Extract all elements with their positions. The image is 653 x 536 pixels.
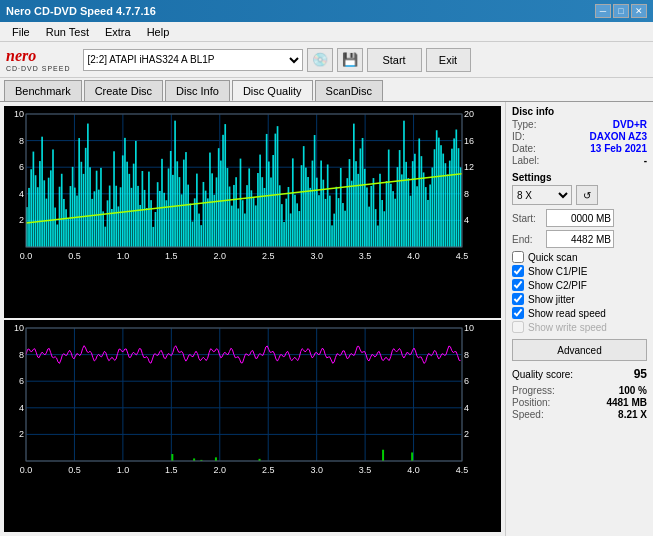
pie-chart <box>4 106 501 318</box>
menu-extra[interactable]: Extra <box>97 24 139 40</box>
right-panel: Disc info Type: DVD+R ID: DAXON AZ3 Date… <box>505 102 653 536</box>
maximize-button[interactable]: □ <box>613 4 629 18</box>
disc-id-value: DAXON AZ3 <box>590 131 647 142</box>
position-row: Position: 4481 MB <box>512 397 647 408</box>
show-write-speed-row: Show write speed <box>512 321 647 333</box>
disc-info-title: Disc info <box>512 106 647 117</box>
position-label: Position: <box>512 397 550 408</box>
toolbar: nero CD·DVD SPEED [2:2] ATAPI iHAS324 A … <box>0 42 653 78</box>
tabs: Benchmark Create Disc Disc Info Disc Qua… <box>0 78 653 102</box>
show-read-speed-checkbox[interactable] <box>512 307 524 319</box>
quick-scan-label: Quick scan <box>528 252 577 263</box>
show-c1-row: Show C1/PIE <box>512 265 647 277</box>
settings-section: Settings 8 X ↺ Start: End: Quick scan Sh… <box>512 172 647 367</box>
quick-scan-checkbox[interactable] <box>512 251 524 263</box>
menu-help[interactable]: Help <box>139 24 178 40</box>
show-c1-checkbox[interactable] <box>512 265 524 277</box>
tab-disc-quality[interactable]: Disc Quality <box>232 80 313 101</box>
position-value: 4481 MB <box>606 397 647 408</box>
disc-date-row: Date: 13 Feb 2021 <box>512 143 647 154</box>
menu-file[interactable]: File <box>4 24 38 40</box>
disc-date-value: 13 Feb 2021 <box>590 143 647 154</box>
speed-value: 8.21 X <box>618 409 647 420</box>
disc-id-row: ID: DAXON AZ3 <box>512 131 647 142</box>
progress-label: Progress: <box>512 385 555 396</box>
disc-label-value: - <box>644 155 647 166</box>
speed-row-2: Speed: 8.21 X <box>512 409 647 420</box>
disc-type-row: Type: DVD+R <box>512 119 647 130</box>
chart-area <box>0 102 505 536</box>
window-title: Nero CD-DVD Speed 4.7.7.16 <box>6 5 156 17</box>
drive-select[interactable]: [2:2] ATAPI iHAS324 A BL1P <box>83 49 303 71</box>
start-row: Start: <box>512 209 647 227</box>
tab-disc-info[interactable]: Disc Info <box>165 80 230 101</box>
disc-label-row: Label: - <box>512 155 647 166</box>
minimize-button[interactable]: ─ <box>595 4 611 18</box>
advanced-button[interactable]: Advanced <box>512 339 647 361</box>
start-button[interactable]: Start <box>367 48 422 72</box>
disc-type-label: Type: <box>512 119 536 130</box>
show-c2-checkbox[interactable] <box>512 279 524 291</box>
show-jitter-checkbox[interactable] <box>512 293 524 305</box>
title-bar: Nero CD-DVD Speed 4.7.7.16 ─ □ ✕ <box>0 0 653 22</box>
disc-id-label: ID: <box>512 131 525 142</box>
save-button[interactable]: 💾 <box>337 48 363 72</box>
show-c2-label: Show C2/PIF <box>528 280 587 291</box>
refresh-button[interactable]: ↺ <box>576 185 598 205</box>
nero-logo-bottom: CD·DVD SPEED <box>6 65 71 72</box>
nero-logo: nero CD·DVD SPEED <box>6 47 71 72</box>
nero-logo-top: nero <box>6 47 71 65</box>
quality-score-value: 95 <box>634 367 647 381</box>
tab-create-disc[interactable]: Create Disc <box>84 80 163 101</box>
quality-score-label: Quality score: <box>512 369 573 380</box>
show-read-speed-label: Show read speed <box>528 308 606 319</box>
show-read-speed-row: Show read speed <box>512 307 647 319</box>
start-input[interactable] <box>546 209 614 227</box>
eject-button[interactable]: 💿 <box>307 48 333 72</box>
tab-scandisc[interactable]: ScanDisc <box>315 80 383 101</box>
progress-row: Progress: 100 % <box>512 385 647 396</box>
start-label: Start: <box>512 213 542 224</box>
quick-scan-row: Quick scan <box>512 251 647 263</box>
menu-bar: File Run Test Extra Help <box>0 22 653 42</box>
progress-value: 100 % <box>619 385 647 396</box>
main-content: Disc info Type: DVD+R ID: DAXON AZ3 Date… <box>0 102 653 536</box>
close-button[interactable]: ✕ <box>631 4 647 18</box>
end-row: End: <box>512 230 647 248</box>
progress-section: Progress: 100 % Position: 4481 MB Speed:… <box>512 385 647 420</box>
show-write-speed-label: Show write speed <box>528 322 607 333</box>
end-label: End: <box>512 234 542 245</box>
menu-run-test[interactable]: Run Test <box>38 24 97 40</box>
disc-label-label: Label: <box>512 155 539 166</box>
settings-title: Settings <box>512 172 647 183</box>
tab-benchmark[interactable]: Benchmark <box>4 80 82 101</box>
speed-row: 8 X ↺ <box>512 185 647 205</box>
speed-label: Speed: <box>512 409 544 420</box>
title-bar-buttons: ─ □ ✕ <box>595 4 647 18</box>
show-c1-label: Show C1/PIE <box>528 266 587 277</box>
exit-button[interactable]: Exit <box>426 48 471 72</box>
show-c2-row: Show C2/PIF <box>512 279 647 291</box>
disc-date-label: Date: <box>512 143 536 154</box>
speed-select[interactable]: 8 X <box>512 185 572 205</box>
jitter-chart <box>4 320 501 532</box>
show-jitter-row: Show jitter <box>512 293 647 305</box>
show-jitter-label: Show jitter <box>528 294 575 305</box>
quality-score-row: Quality score: 95 <box>512 367 647 381</box>
show-write-speed-checkbox[interactable] <box>512 321 524 333</box>
end-input[interactable] <box>546 230 614 248</box>
disc-type-value: DVD+R <box>613 119 647 130</box>
